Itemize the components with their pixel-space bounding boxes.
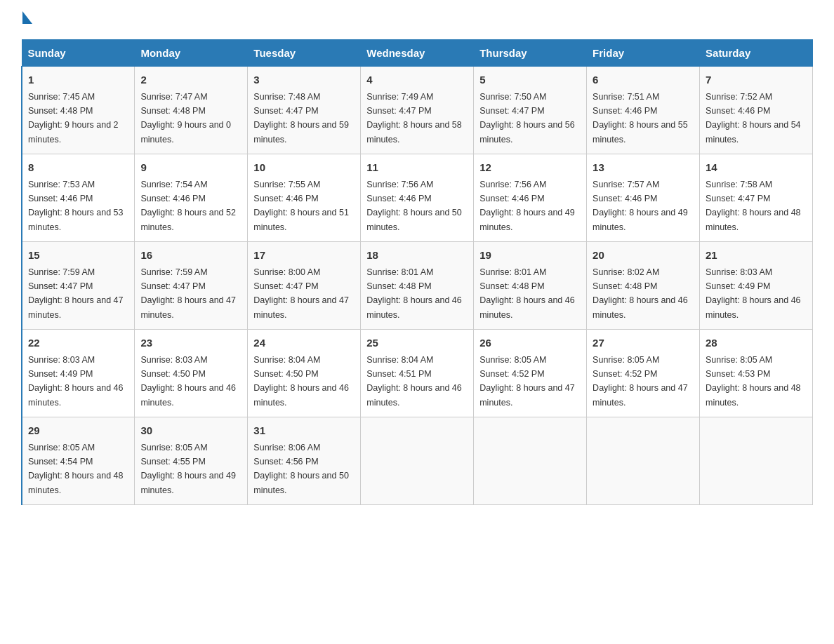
calendar-cell: 12Sunrise: 7:56 AMSunset: 4:46 PMDayligh…: [474, 154, 587, 242]
calendar-cell: 29Sunrise: 8:05 AMSunset: 4:54 PMDayligh…: [22, 417, 135, 505]
day-info: Sunrise: 8:03 AMSunset: 4:49 PMDaylight:…: [706, 267, 801, 320]
day-number: 13: [593, 160, 694, 176]
page-header: [21, 14, 813, 25]
calendar-week-row: 1Sunrise: 7:45 AMSunset: 4:48 PMDaylight…: [22, 67, 813, 154]
calendar-week-row: 15Sunrise: 7:59 AMSunset: 4:47 PMDayligh…: [22, 242, 813, 330]
calendar-cell: 9Sunrise: 7:54 AMSunset: 4:46 PMDaylight…: [135, 154, 248, 242]
day-number: 1: [28, 72, 128, 88]
day-info: Sunrise: 7:56 AMSunset: 4:46 PMDaylight:…: [366, 180, 462, 232]
day-info: Sunrise: 8:00 AMSunset: 4:47 PMDaylight:…: [253, 267, 349, 320]
header-sunday: Sunday: [22, 40, 135, 67]
calendar-cell: 7Sunrise: 7:52 AMSunset: 4:46 PMDaylight…: [700, 67, 813, 154]
calendar-cell: 21Sunrise: 8:03 AMSunset: 4:49 PMDayligh…: [700, 242, 813, 330]
day-number: 29: [28, 423, 128, 439]
day-number: 14: [706, 160, 807, 176]
day-number: 26: [479, 335, 581, 351]
day-number: 4: [366, 72, 468, 88]
day-number: 20: [593, 248, 694, 264]
day-info: Sunrise: 8:05 AMSunset: 4:52 PMDaylight:…: [593, 355, 688, 408]
day-number: 17: [253, 248, 355, 264]
day-number: 9: [140, 160, 241, 176]
day-number: 27: [593, 335, 694, 351]
calendar-cell: 16Sunrise: 7:59 AMSunset: 4:47 PMDayligh…: [135, 242, 248, 330]
day-info: Sunrise: 7:45 AMSunset: 4:48 PMDaylight:…: [28, 92, 119, 145]
day-number: 5: [479, 72, 581, 88]
day-info: Sunrise: 8:05 AMSunset: 4:54 PMDaylight:…: [28, 443, 124, 495]
calendar-week-row: 8Sunrise: 7:53 AMSunset: 4:46 PMDaylight…: [22, 154, 813, 242]
day-number: 28: [706, 335, 807, 351]
day-info: Sunrise: 7:53 AMSunset: 4:46 PMDaylight:…: [28, 180, 124, 232]
calendar-cell: [700, 417, 813, 505]
calendar-cell: 11Sunrise: 7:56 AMSunset: 4:46 PMDayligh…: [361, 154, 474, 242]
logo: [21, 14, 32, 25]
day-info: Sunrise: 7:56 AMSunset: 4:46 PMDaylight:…: [479, 180, 575, 232]
header-saturday: Saturday: [700, 40, 813, 67]
calendar-week-row: 29Sunrise: 8:05 AMSunset: 4:54 PMDayligh…: [22, 417, 813, 505]
day-info: Sunrise: 7:48 AMSunset: 4:47 PMDaylight:…: [253, 92, 349, 145]
day-number: 23: [140, 335, 241, 351]
day-number: 3: [253, 72, 355, 88]
calendar-week-row: 22Sunrise: 8:03 AMSunset: 4:49 PMDayligh…: [22, 330, 813, 417]
day-info: Sunrise: 8:04 AMSunset: 4:50 PMDaylight:…: [253, 355, 349, 408]
day-number: 24: [253, 335, 355, 351]
calendar-cell: 25Sunrise: 8:04 AMSunset: 4:51 PMDayligh…: [361, 330, 474, 417]
day-number: 7: [706, 72, 807, 88]
day-info: Sunrise: 8:05 AMSunset: 4:52 PMDaylight:…: [479, 355, 575, 408]
day-number: 11: [366, 160, 468, 176]
calendar-cell: [361, 417, 474, 505]
day-info: Sunrise: 7:57 AMSunset: 4:46 PMDaylight:…: [593, 180, 688, 232]
day-number: 21: [706, 248, 807, 264]
day-info: Sunrise: 8:06 AMSunset: 4:56 PMDaylight:…: [253, 443, 349, 495]
day-number: 16: [140, 248, 241, 264]
calendar-header-row: SundayMondayTuesdayWednesdayThursdayFrid…: [22, 40, 813, 67]
calendar-cell: 30Sunrise: 8:05 AMSunset: 4:55 PMDayligh…: [135, 417, 248, 505]
day-number: 25: [366, 335, 468, 351]
calendar-cell: 27Sunrise: 8:05 AMSunset: 4:52 PMDayligh…: [587, 330, 700, 417]
calendar-cell: 24Sunrise: 8:04 AMSunset: 4:50 PMDayligh…: [248, 330, 361, 417]
day-info: Sunrise: 7:47 AMSunset: 4:48 PMDaylight:…: [140, 92, 231, 145]
calendar-cell: 2Sunrise: 7:47 AMSunset: 4:48 PMDaylight…: [135, 67, 248, 154]
day-info: Sunrise: 7:51 AMSunset: 4:46 PMDaylight:…: [593, 92, 688, 145]
day-info: Sunrise: 7:59 AMSunset: 4:47 PMDaylight:…: [28, 267, 124, 320]
day-info: Sunrise: 8:04 AMSunset: 4:51 PMDaylight:…: [366, 355, 462, 408]
day-info: Sunrise: 7:49 AMSunset: 4:47 PMDaylight:…: [366, 92, 462, 145]
day-info: Sunrise: 8:03 AMSunset: 4:50 PMDaylight:…: [140, 355, 236, 408]
day-info: Sunrise: 8:01 AMSunset: 4:48 PMDaylight:…: [366, 267, 462, 320]
day-number: 2: [140, 72, 241, 88]
calendar-cell: 26Sunrise: 8:05 AMSunset: 4:52 PMDayligh…: [474, 330, 587, 417]
logo-arrow-icon: [22, 11, 32, 24]
day-info: Sunrise: 8:03 AMSunset: 4:49 PMDaylight:…: [28, 355, 124, 408]
day-info: Sunrise: 8:05 AMSunset: 4:53 PMDaylight:…: [706, 355, 801, 408]
day-number: 31: [253, 423, 355, 439]
day-number: 6: [593, 72, 694, 88]
calendar-cell: 22Sunrise: 8:03 AMSunset: 4:49 PMDayligh…: [22, 330, 135, 417]
day-info: Sunrise: 7:54 AMSunset: 4:46 PMDaylight:…: [140, 180, 236, 232]
header-tuesday: Tuesday: [248, 40, 361, 67]
day-number: 12: [479, 160, 581, 176]
calendar-cell: 10Sunrise: 7:55 AMSunset: 4:46 PMDayligh…: [248, 154, 361, 242]
day-info: Sunrise: 8:05 AMSunset: 4:55 PMDaylight:…: [140, 443, 236, 495]
calendar-cell: 23Sunrise: 8:03 AMSunset: 4:50 PMDayligh…: [135, 330, 248, 417]
calendar-cell: 17Sunrise: 8:00 AMSunset: 4:47 PMDayligh…: [248, 242, 361, 330]
calendar-cell: 19Sunrise: 8:01 AMSunset: 4:48 PMDayligh…: [474, 242, 587, 330]
calendar-cell: [587, 417, 700, 505]
day-number: 10: [253, 160, 355, 176]
calendar-cell: 31Sunrise: 8:06 AMSunset: 4:56 PMDayligh…: [248, 417, 361, 505]
calendar-cell: 14Sunrise: 7:58 AMSunset: 4:47 PMDayligh…: [700, 154, 813, 242]
day-number: 15: [28, 248, 128, 264]
header-wednesday: Wednesday: [361, 40, 474, 67]
calendar-cell: 5Sunrise: 7:50 AMSunset: 4:47 PMDaylight…: [474, 67, 587, 154]
day-info: Sunrise: 7:59 AMSunset: 4:47 PMDaylight:…: [140, 267, 236, 320]
day-number: 22: [28, 335, 128, 351]
day-info: Sunrise: 7:52 AMSunset: 4:46 PMDaylight:…: [706, 92, 801, 145]
calendar-cell: [474, 417, 587, 505]
calendar-cell: 20Sunrise: 8:02 AMSunset: 4:48 PMDayligh…: [587, 242, 700, 330]
calendar-cell: 18Sunrise: 8:01 AMSunset: 4:48 PMDayligh…: [361, 242, 474, 330]
day-number: 19: [479, 248, 581, 264]
header-friday: Friday: [587, 40, 700, 67]
header-monday: Monday: [135, 40, 248, 67]
day-info: Sunrise: 7:58 AMSunset: 4:47 PMDaylight:…: [706, 180, 801, 232]
calendar-cell: 13Sunrise: 7:57 AMSunset: 4:46 PMDayligh…: [587, 154, 700, 242]
calendar-cell: 4Sunrise: 7:49 AMSunset: 4:47 PMDaylight…: [361, 67, 474, 154]
calendar-cell: 28Sunrise: 8:05 AMSunset: 4:53 PMDayligh…: [700, 330, 813, 417]
